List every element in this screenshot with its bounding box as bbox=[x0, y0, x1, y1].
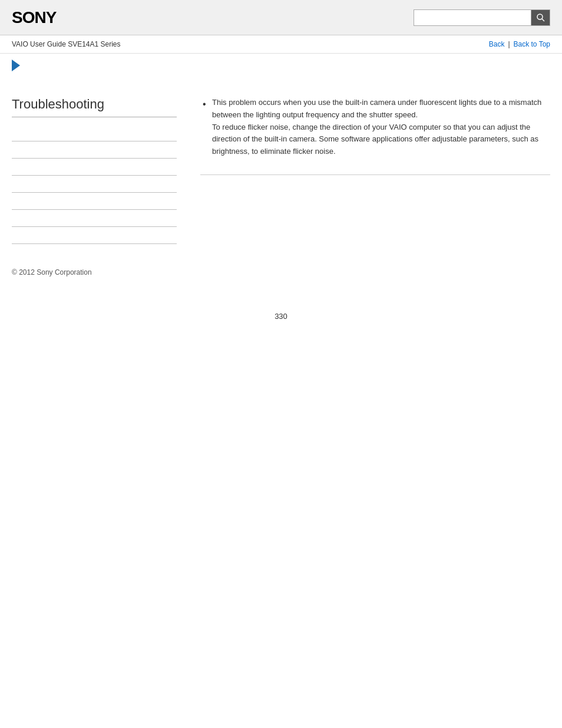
sidebar: Troubleshooting bbox=[12, 97, 189, 244]
search-button[interactable] bbox=[531, 9, 550, 26]
sidebar-item-4[interactable] bbox=[12, 176, 177, 193]
chevron-right-icon[interactable] bbox=[12, 60, 20, 71]
sony-logo: SONY bbox=[12, 8, 56, 27]
bullet-text: This problem occurs when you use the bui… bbox=[212, 98, 541, 156]
sidebar-items bbox=[12, 124, 177, 244]
bullet-item-1: This problem occurs when you use the bui… bbox=[200, 97, 550, 158]
main-content: This problem occurs when you use the bui… bbox=[189, 97, 550, 244]
nav-bar: VAIO User Guide SVE14A1 Series Back | Ba… bbox=[0, 35, 562, 54]
content-section: This problem occurs when you use the bui… bbox=[200, 97, 550, 175]
svg-point-0 bbox=[537, 14, 543, 19]
sidebar-item-7[interactable] bbox=[12, 227, 177, 244]
footer: © 2012 Sony Corporation bbox=[0, 256, 562, 288]
page-number: 330 bbox=[0, 288, 562, 332]
search-container bbox=[414, 9, 550, 26]
sidebar-item-3[interactable] bbox=[12, 159, 177, 176]
content-area: Troubleshooting This problem occurs when… bbox=[0, 85, 562, 256]
search-input[interactable] bbox=[414, 9, 531, 26]
copyright: © 2012 Sony Corporation bbox=[12, 268, 92, 276]
chevron-area[interactable] bbox=[0, 54, 562, 85]
nav-links: Back | Back to Top bbox=[489, 40, 550, 48]
guide-title: VAIO User Guide SVE14A1 Series bbox=[12, 40, 121, 48]
svg-line-1 bbox=[542, 19, 544, 21]
sidebar-item-1[interactable] bbox=[12, 124, 177, 141]
sidebar-item-2[interactable] bbox=[12, 141, 177, 159]
sidebar-title: Troubleshooting bbox=[12, 97, 177, 117]
back-to-top-link[interactable]: Back to Top bbox=[514, 40, 550, 48]
back-link[interactable]: Back bbox=[489, 40, 505, 48]
sidebar-item-6[interactable] bbox=[12, 210, 177, 227]
sidebar-item-5[interactable] bbox=[12, 193, 177, 210]
bullet-list: This problem occurs when you use the bui… bbox=[200, 97, 550, 158]
nav-separator: | bbox=[508, 40, 510, 48]
header: SONY bbox=[0, 0, 562, 35]
